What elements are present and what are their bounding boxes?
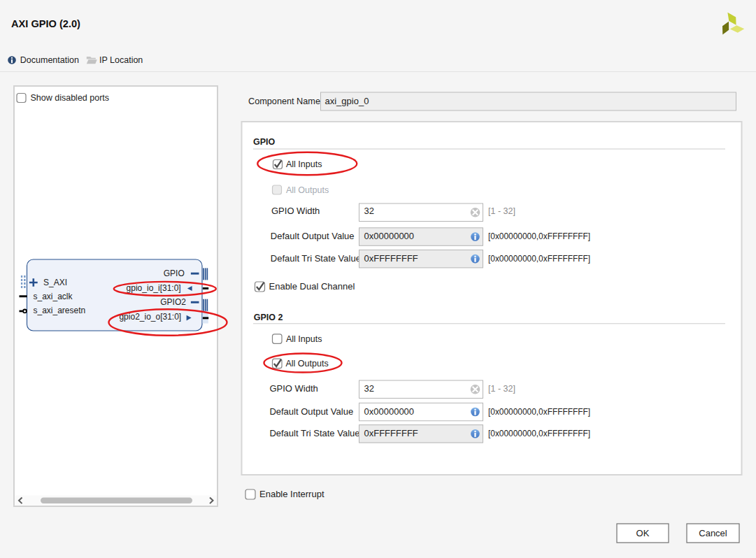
svg-text:[0x00000000,0xFFFFFFFF]: [0x00000000,0xFFFFFFFF]: [488, 407, 590, 417]
svg-text:0xFFFFFFFF: 0xFFFFFFFF: [364, 253, 418, 264]
svg-text:Enable Interrupt: Enable Interrupt: [259, 489, 324, 499]
svg-text:All Outputs: All Outputs: [286, 185, 329, 195]
svg-text:[0x00000000,0xFFFFFFFF]: [0x00000000,0xFFFFFFFF]: [488, 231, 590, 241]
svg-text:gpio_io_i[31:0]: gpio_io_i[31:0]: [127, 283, 181, 293]
svg-text:GPIO 2: GPIO 2: [254, 313, 283, 322]
svg-text:Component Name: Component Name: [248, 96, 320, 106]
svg-text:IP Location: IP Location: [99, 55, 143, 65]
svg-text:[0x00000000,0xFFFFFFFF]: [0x00000000,0xFFFFFFFF]: [488, 429, 590, 438]
svg-text:s_axi_aclk: s_axi_aclk: [34, 292, 73, 301]
svg-text:All Inputs: All Inputs: [286, 334, 322, 344]
svg-text:Default Output Value: Default Output Value: [271, 231, 355, 241]
svg-text:Default Tri State Value: Default Tri State Value: [271, 253, 361, 264]
svg-text:0x00000000: 0x00000000: [364, 406, 415, 417]
svg-text:axi_gpio_0: axi_gpio_0: [325, 96, 369, 106]
svg-text:S_AXI: S_AXI: [43, 278, 67, 287]
svg-text:Default Tri State Value: Default Tri State Value: [269, 428, 359, 438]
svg-text:32: 32: [364, 383, 374, 394]
svg-text:Default Output Value: Default Output Value: [269, 406, 353, 417]
svg-text:All Inputs: All Inputs: [286, 159, 322, 169]
svg-text:32: 32: [364, 206, 374, 216]
svg-text:Cancel: Cancel: [699, 528, 727, 538]
svg-text:Show disabled ports: Show disabled ports: [31, 93, 110, 103]
svg-text:0x00000000: 0x00000000: [364, 231, 415, 241]
svg-text:Documentation: Documentation: [20, 55, 79, 65]
svg-text:GPIO: GPIO: [253, 137, 276, 147]
svg-text:OK: OK: [636, 528, 650, 538]
svg-text:GPIO Width: GPIO Width: [271, 206, 320, 216]
svg-text:[1 - 32]: [1 - 32]: [488, 384, 515, 394]
svg-text:GPIO: GPIO: [164, 269, 185, 278]
svg-text:GPIO Width: GPIO Width: [269, 383, 318, 394]
svg-text:Enable Dual Channel: Enable Dual Channel: [269, 281, 355, 292]
svg-text:[0x00000000,0xFFFFFFFF]: [0x00000000,0xFFFFFFFF]: [488, 254, 590, 264]
svg-text:s_axi_aresetn: s_axi_aresetn: [34, 306, 86, 315]
svg-text:All Outputs: All Outputs: [286, 359, 329, 369]
svg-text:0xFFFFFFFF: 0xFFFFFFFF: [364, 428, 418, 438]
svg-text:AXI GPIO (2.0): AXI GPIO (2.0): [11, 18, 80, 29]
svg-text:[1 - 32]: [1 - 32]: [488, 206, 515, 216]
svg-text:GPIO2: GPIO2: [160, 297, 186, 307]
